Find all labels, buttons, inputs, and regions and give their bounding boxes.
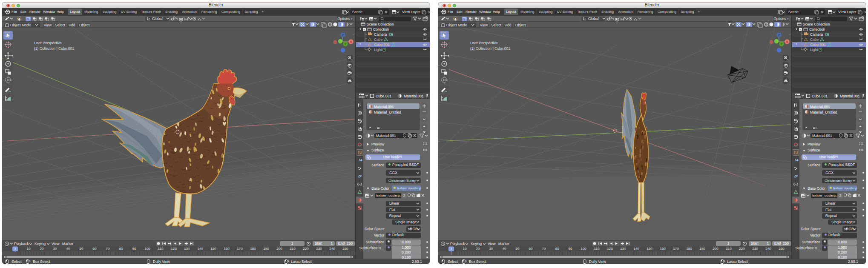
svg-text:240: 240 bbox=[765, 247, 771, 251]
svg-text:10: 10 bbox=[463, 247, 467, 251]
svg-text:Light: Light bbox=[810, 48, 818, 52]
svg-text:20: 20 bbox=[40, 247, 44, 251]
svg-text:Global: Global bbox=[588, 17, 599, 21]
svg-text:Global: Global bbox=[152, 17, 163, 21]
svg-text:X: X bbox=[350, 40, 352, 43]
svg-text:Light: Light bbox=[374, 48, 382, 52]
svg-text:Cube.001: Cube.001 bbox=[374, 43, 390, 47]
svg-text:200: 200 bbox=[276, 247, 282, 251]
svg-text:Cube.001: Cube.001 bbox=[810, 43, 826, 47]
svg-text:60: 60 bbox=[529, 247, 533, 251]
svg-text:210: 210 bbox=[726, 247, 732, 251]
svg-text:210: 210 bbox=[290, 247, 296, 251]
svg-text:Y: Y bbox=[781, 43, 783, 46]
svg-text:Scene Collection: Scene Collection bbox=[803, 22, 830, 26]
svg-text:40: 40 bbox=[503, 247, 506, 251]
svg-text:140: 140 bbox=[197, 247, 203, 251]
svg-text:130: 130 bbox=[620, 247, 626, 251]
svg-text:Cube: Cube bbox=[374, 37, 383, 42]
svg-text:Scene Collection: Scene Collection bbox=[367, 22, 394, 26]
svg-text:Collection: Collection bbox=[809, 27, 825, 31]
svg-text:160: 160 bbox=[224, 247, 230, 251]
svg-text:70: 70 bbox=[542, 247, 546, 251]
svg-text:20: 20 bbox=[476, 247, 480, 251]
svg-text:190: 190 bbox=[699, 247, 705, 251]
svg-text:120: 120 bbox=[607, 247, 613, 251]
svg-text:30: 30 bbox=[53, 247, 57, 251]
svg-text:130: 130 bbox=[184, 247, 190, 251]
svg-text:100: 100 bbox=[581, 247, 586, 251]
svg-text:150: 150 bbox=[647, 247, 652, 251]
svg-text:1: 1 bbox=[14, 247, 16, 251]
svg-text:Collection: Collection bbox=[373, 27, 389, 31]
svg-text:240: 240 bbox=[329, 247, 335, 251]
svg-text:170: 170 bbox=[673, 247, 679, 251]
svg-text:220: 220 bbox=[739, 247, 745, 251]
svg-text:40: 40 bbox=[66, 247, 70, 251]
svg-text:Camera: Camera bbox=[374, 32, 387, 37]
svg-text:230: 230 bbox=[752, 247, 758, 251]
svg-text:Camera: Camera bbox=[810, 32, 823, 37]
svg-text:1: 1 bbox=[450, 247, 452, 251]
svg-text:250: 250 bbox=[779, 247, 785, 251]
svg-text:170: 170 bbox=[237, 247, 243, 251]
svg-text:110: 110 bbox=[594, 247, 600, 251]
svg-text:Z: Z bbox=[342, 34, 344, 37]
svg-text:50: 50 bbox=[516, 247, 520, 251]
svg-text:120: 120 bbox=[171, 247, 177, 251]
svg-text:Cube: Cube bbox=[810, 37, 819, 42]
svg-text:230: 230 bbox=[316, 247, 322, 251]
svg-text:140: 140 bbox=[633, 247, 639, 251]
svg-text:90: 90 bbox=[132, 247, 136, 251]
svg-text:Y: Y bbox=[345, 43, 347, 46]
svg-text:Z: Z bbox=[778, 34, 780, 37]
svg-text:90: 90 bbox=[569, 247, 572, 251]
svg-text:180: 180 bbox=[686, 247, 692, 251]
svg-text:80: 80 bbox=[119, 247, 123, 251]
svg-text:110: 110 bbox=[158, 247, 164, 251]
svg-text:160: 160 bbox=[660, 247, 666, 251]
svg-text:10: 10 bbox=[27, 247, 31, 251]
svg-text:80: 80 bbox=[555, 247, 559, 251]
svg-text:190: 190 bbox=[263, 247, 269, 251]
svg-text:X: X bbox=[786, 40, 788, 43]
svg-text:50: 50 bbox=[80, 247, 83, 251]
svg-text:70: 70 bbox=[106, 247, 110, 251]
svg-text:180: 180 bbox=[250, 247, 256, 251]
svg-text:100: 100 bbox=[144, 247, 150, 251]
svg-text:200: 200 bbox=[713, 247, 719, 251]
svg-text:60: 60 bbox=[93, 247, 97, 251]
svg-text:30: 30 bbox=[489, 247, 493, 251]
svg-text:150: 150 bbox=[210, 247, 216, 251]
svg-text:220: 220 bbox=[303, 247, 309, 251]
svg-text:250: 250 bbox=[342, 247, 348, 251]
